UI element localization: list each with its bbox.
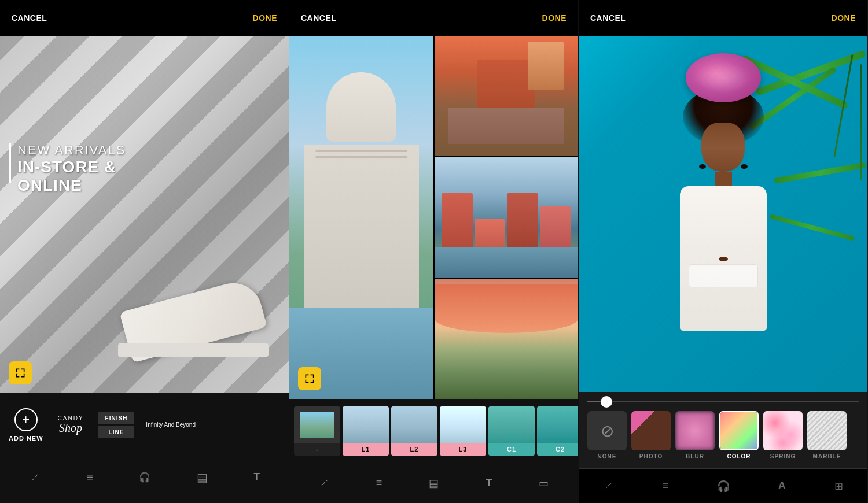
panel1-background: NEW ARRIVALS IN-STORE & ONLINE <box>0 36 289 393</box>
palm-leaf-4 <box>770 214 855 241</box>
panel1-icon-bar: T <box>0 457 289 497</box>
panel2-image-area <box>289 36 578 399</box>
panel2-menu-icon[interactable]: ≡ <box>376 477 382 489</box>
panel3-done-button[interactable]: DONE <box>832 13 856 23</box>
more-icon[interactable]: T <box>253 471 260 483</box>
bg-option-none[interactable]: ⊘ NONE <box>587 411 627 460</box>
candy-text: CANDY <box>58 415 84 421</box>
sneaker-sole <box>118 343 269 357</box>
text-line2: IN-STORE & <box>17 158 126 176</box>
basilica-photo[interactable] <box>289 36 433 399</box>
finish-button[interactable]: FINISH <box>98 412 135 424</box>
add-new-button[interactable]: + ADD NEW <box>9 408 43 442</box>
panel-3: CANCEL DONE <box>579 0 868 503</box>
panel3-top-bar: CANCEL DONE <box>579 0 867 36</box>
text-bar-accent <box>9 143 11 183</box>
fashion-photo <box>579 36 867 392</box>
none-icon: ⊘ <box>587 411 627 450</box>
panel2-text-block-icon[interactable]: ▤ <box>429 477 439 490</box>
add-new-label: ADD NEW <box>9 435 43 442</box>
panel-1: CANCEL DONE NEW ARRIVALS IN-STORE & ONLI… <box>0 0 289 503</box>
marble-option-img <box>807 411 847 450</box>
slider-track[interactable] <box>587 401 859 402</box>
panel3-image-area <box>579 36 867 392</box>
spring-bg-preview <box>763 411 803 450</box>
sunset-bg <box>435 279 579 399</box>
spring-option-img <box>763 411 803 450</box>
blur-label: BLUR <box>686 453 704 460</box>
panel3-a-icon[interactable]: A <box>778 480 786 492</box>
panel3-grid-icon[interactable]: ⊞ <box>834 480 843 493</box>
panel3-diagonal-icon[interactable]: ⟋ <box>603 480 613 492</box>
bg-options-row: ⊘ NONE PHOTO BLUR <box>587 411 859 460</box>
bg-option-spring[interactable]: SPRING <box>763 411 803 460</box>
photo-grid <box>289 36 578 399</box>
palm-trunk-2 <box>833 54 853 157</box>
finish-line-options: FINISH LINE <box>98 412 135 438</box>
photo-option-img <box>631 411 671 450</box>
infinity-text: Infinity And Beyond <box>146 421 196 429</box>
filter-l1[interactable]: L1 <box>343 406 389 456</box>
panel2-cancel-button[interactable]: CANCEL <box>301 13 336 23</box>
italy-street-photo[interactable] <box>435 36 579 156</box>
expand-button[interactable] <box>9 361 32 384</box>
panel3-bg-selector: ⊘ NONE PHOTO BLUR <box>579 392 867 468</box>
panel1-top-bar: CANCEL DONE <box>0 0 289 36</box>
marble-bg-preview <box>807 411 847 450</box>
bg-option-photo[interactable]: PHOTO <box>631 411 671 460</box>
panel-2: CANCEL DONE <box>289 0 579 503</box>
filter-minus[interactable]: - <box>294 406 340 456</box>
panel2-t-icon[interactable]: T <box>486 477 492 489</box>
panel3-headphones-icon[interactable]: 🎧 <box>717 480 730 493</box>
woman-figure <box>680 53 767 331</box>
filter-c1[interactable]: C1 <box>488 406 535 456</box>
filter-l3[interactable]: L3 <box>440 406 486 456</box>
sneaker-illustration <box>112 242 274 357</box>
menu-icon[interactable] <box>86 471 93 484</box>
filter-c2[interactable]: C2 <box>537 406 578 456</box>
panel2-rect-icon[interactable]: ▭ <box>539 477 549 490</box>
panel1-actions: + ADD NEW CANDY Shop FINISH LINE Infinit… <box>0 393 289 457</box>
bg-option-color[interactable]: COLOR <box>719 411 759 460</box>
panel1-text-overlay: NEW ARRIVALS IN-STORE & ONLINE <box>17 143 126 195</box>
text-block-icon[interactable] <box>197 471 208 484</box>
panel1-image-area: NEW ARRIVALS IN-STORE & ONLINE <box>0 36 289 393</box>
photo-label: PHOTO <box>639 453 663 460</box>
color-bg-preview <box>720 412 759 450</box>
bg-option-marble[interactable]: MARBLE <box>807 411 847 460</box>
panel1-done-button[interactable]: DONE <box>253 13 277 23</box>
spring-label: SPRING <box>770 453 796 460</box>
blur-bg-preview <box>675 411 715 450</box>
basilica-body-shape <box>304 145 419 326</box>
add-circle-icon: + <box>14 408 38 431</box>
panel2-diagonal-icon[interactable]: ⟋ <box>319 477 329 489</box>
filter-l2[interactable]: L2 <box>391 406 437 456</box>
palm-leaf-3 <box>774 162 866 184</box>
diagonal-lines-icon[interactable] <box>29 471 41 484</box>
color-label: COLOR <box>727 453 751 460</box>
panel3-cancel-button[interactable]: CANCEL <box>590 13 626 23</box>
photo-bg-preview <box>631 411 671 450</box>
candy-shop-option[interactable]: CANDY Shop <box>58 415 84 435</box>
bg-option-blur[interactable]: BLUR <box>675 411 715 460</box>
slider-thumb[interactable] <box>601 396 612 408</box>
color-option-img <box>719 411 759 450</box>
panel1-bottom-toolbar: + ADD NEW CANDY Shop FINISH LINE Infinit… <box>0 393 289 503</box>
panel2-filter-strip: - L1 L2 L3 C1 <box>289 399 578 503</box>
panel3-menu-icon[interactable]: ≡ <box>662 480 668 492</box>
headphones-icon[interactable] <box>139 472 150 483</box>
none-label: NONE <box>598 453 617 460</box>
infinity-label: Infinity And Beyond <box>146 421 196 428</box>
sunset-landscape-photo[interactable] <box>435 279 579 399</box>
marble-label: MARBLE <box>813 453 841 460</box>
panel2-expand-button[interactable] <box>298 367 321 390</box>
filter-thumbnails: - L1 L2 L3 C1 <box>289 399 578 463</box>
hat <box>686 53 761 102</box>
cinque-terre-photo[interactable] <box>435 157 579 278</box>
line-button[interactable]: LINE <box>98 426 135 438</box>
panel1-cancel-button[interactable]: CANCEL <box>12 13 47 23</box>
panel2-done-button[interactable]: DONE <box>542 13 567 23</box>
shop-text: Shop <box>59 421 82 435</box>
dome-shape <box>326 72 396 142</box>
panel2-icon-bar: ⟋ ≡ ▤ T ▭ <box>289 463 578 503</box>
